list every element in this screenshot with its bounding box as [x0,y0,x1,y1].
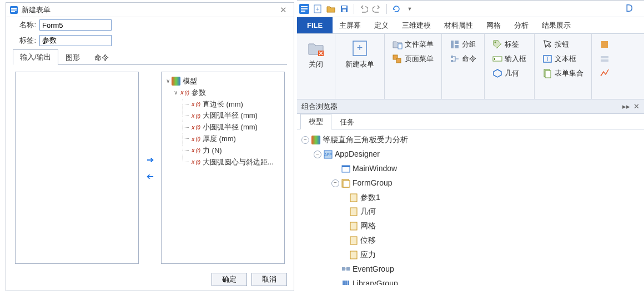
menu-results[interactable]: 结果展示 [535,17,577,33]
undo-icon[interactable] [359,4,369,14]
right-panel[interactable]: ∨ 模型 ∨ x(t) 参数 x(t)直边长 (mm) x(t)大圆弧半径 (m… [161,72,285,264]
menu-define[interactable]: 定义 [368,17,395,33]
dropdown-icon[interactable]: ▼ [405,4,415,14]
new-form-label: 新建表单 [345,59,374,69]
tag-input[interactable] [39,35,112,46]
menu-analyze[interactable]: 分析 [507,17,535,33]
quick-toolbar: + ▼ D [297,1,644,17]
svg-rect-39 [342,166,350,167]
tab-io[interactable]: 输入/输出 [13,49,58,65]
svg-rect-1 [11,8,17,9]
page-menu-button[interactable]: 页面菜单 [390,52,436,66]
save-icon[interactable] [339,4,349,14]
formgroup-icon [341,179,350,188]
command-button[interactable]: 命令 [447,52,479,66]
svg-rect-45 [350,237,357,244]
svg-rect-20 [451,41,454,48]
cancel-button[interactable]: 取消 [251,273,287,286]
svg-rect-7 [301,8,308,9]
tree-item[interactable]: x(t)厚度 (mm) [164,133,282,145]
chevron-down-icon[interactable]: ∨ [164,77,172,86]
button-button[interactable]: 按钮 [540,37,586,52]
close-label: 关闭 [309,59,323,69]
menu-3dmodel[interactable]: 三维建模 [395,17,437,33]
pin-icon[interactable]: ▸▸ [622,102,630,111]
menu-home[interactable]: 主屏幕 [333,17,368,33]
close-panel-icon[interactable]: ✕ [633,102,640,111]
tree-form-item[interactable]: 几何 [299,204,642,219]
tree-root[interactable]: ∨ 模型 [164,76,282,87]
input-button[interactable]: 输入框 [490,52,529,66]
menu-file[interactable]: FILE [297,17,333,33]
textbox-icon: T [542,54,552,64]
new-form-button[interactable]: + 新建表单 [341,37,379,72]
transfer-buttons: ➔ ➔ [141,72,159,264]
close-icon[interactable]: ✕ [276,5,290,15]
app-logo-icon[interactable] [299,4,309,14]
tree-form-item[interactable]: 参数1 [299,191,642,205]
left-panel[interactable] [15,72,139,264]
open-folder-icon[interactable] [326,4,336,14]
geometry-button[interactable]: 几何 [490,66,529,81]
tree-item[interactable]: x(t)小圆弧半径 (mm) [164,122,282,133]
new-file-icon[interactable]: + [313,4,323,14]
tree-form-item[interactable]: 应力 [299,248,642,262]
browser-tab-model[interactable]: 模型 [300,114,331,129]
tree-item[interactable]: x(t)力 (N) [164,145,282,157]
dialog-body: ➔ ➔ ∨ 模型 ∨ x(t) 参数 x(t)直边长 (mm) x(t)大圆弧半… [6,65,294,271]
browser-tab-task[interactable]: 任务 [331,114,363,129]
redo-icon[interactable] [372,4,382,14]
svg-rect-23 [451,56,453,58]
browser-header: 组合浏览器 ▸▸ ✕ [297,99,644,114]
collapse-icon[interactable]: − [331,179,339,187]
svg-point-25 [495,42,496,43]
dialog-footer: 确定 取消 [212,273,287,286]
name-row: 名称: [6,17,294,33]
collapse-icon[interactable]: − [314,151,321,158]
main-window: + ▼ D FILE 主屏幕 定义 三维建模 材料属性 网格 分析 结果展示 关… [297,0,644,300]
svg-rect-51 [348,281,349,285]
tree-formgroup[interactable]: −FormGroup [299,176,642,191]
formset-button[interactable]: 表单集合 [540,66,586,81]
tree-librarygroup[interactable]: LibraryGroup [299,277,642,285]
menu-material[interactable]: 材料属性 [437,17,480,33]
tree-item[interactable]: x(t)大圆弧圆心与斜边距... [164,157,282,168]
tree-mainwindow[interactable]: MainWindow [299,162,642,176]
tree-appdesigner[interactable]: −APPAppDesigner [299,147,642,162]
svg-rect-31 [545,71,551,78]
menu-mesh[interactable]: 网格 [480,17,507,33]
name-input[interactable] [39,19,112,31]
extra-button-2[interactable] [597,52,612,66]
move-right-button[interactable]: ➔ [143,154,157,164]
command-icon [450,54,460,64]
move-left-button[interactable]: ➔ [143,171,157,181]
new-form-icon: + [351,39,369,57]
svg-rect-12 [342,6,346,8]
tab-command[interactable]: 命令 [87,50,116,65]
tab-graphic[interactable]: 图形 [58,50,87,65]
close-button[interactable]: 关闭 [303,37,329,72]
tree-form-item[interactable]: 位移 [299,233,642,248]
group-button[interactable]: 分组 [447,37,479,52]
ribbon-group-layout: 分组 命令 [442,34,485,99]
tree-form-item[interactable]: 网格 [299,219,642,233]
svg-text:+: + [357,42,363,53]
collapse-icon[interactable]: − [301,136,309,144]
file-menu-button[interactable]: 文件菜单 [390,37,436,52]
tree-param-node[interactable]: ∨ x(t) 参数 [164,87,282,99]
refresh-icon[interactable] [391,4,401,14]
chevron-down-icon[interactable]: ∨ [172,88,179,97]
tree-root-item[interactable]: −等腰直角三角板受力分析 [299,133,642,147]
extra-button-1[interactable] [597,37,612,52]
tree-eventgroup[interactable]: EventGroup [299,262,642,277]
tag-row: 标签: [6,33,294,48]
label-button[interactable]: 标签 [490,37,529,52]
extra-button-3[interactable] [597,66,612,81]
ok-button[interactable]: 确定 [212,273,247,286]
textbox-button[interactable]: T文本框 [540,52,586,66]
tree-item[interactable]: x(t)直边长 (mm) [164,99,282,111]
box-icon [600,39,610,49]
project-icon [311,136,320,144]
ribbon-group-menus: 文件菜单 页面菜单 [385,34,442,99]
tree-item[interactable]: x(t)大圆弧半径 (mm) [164,110,282,122]
